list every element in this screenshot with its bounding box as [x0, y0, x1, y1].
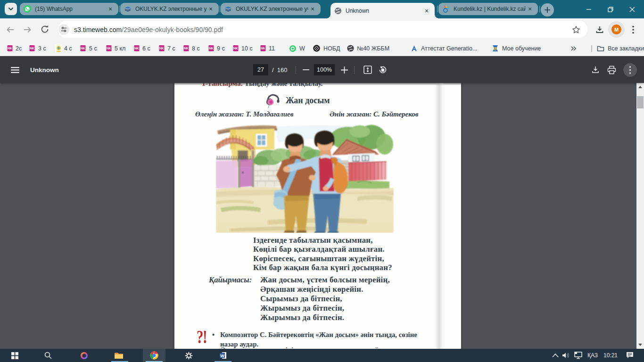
svg-text:NK: NK: [261, 47, 265, 50]
svg-text:NK: NK: [30, 47, 34, 50]
svg-text:NK: NK: [134, 47, 139, 50]
svg-text:NK: NK: [159, 47, 164, 50]
svg-text:NK: NK: [107, 47, 111, 50]
svg-text:NK: NK: [233, 47, 238, 50]
svg-text:NK: NK: [81, 47, 85, 50]
svg-text:W: W: [220, 354, 224, 358]
svg-text:U: U: [494, 47, 496, 50]
svg-text:NK: NK: [184, 47, 189, 50]
svg-text:NK: NK: [209, 47, 214, 50]
svg-text:NK: NK: [8, 47, 12, 50]
